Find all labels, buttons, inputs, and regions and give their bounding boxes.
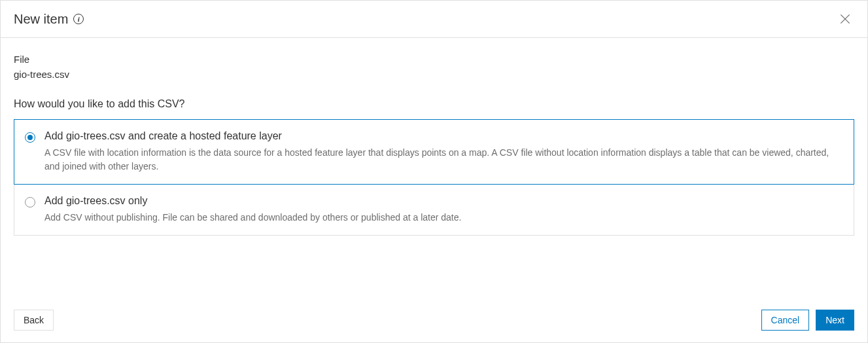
radio-icon: [25, 197, 35, 208]
file-label: File: [14, 54, 854, 65]
back-button[interactable]: Back: [14, 310, 54, 331]
modal-header: New item i: [1, 1, 867, 38]
modal-footer: Back Cancel Next: [1, 300, 867, 342]
option-title: Add gio-trees.csv and create a hosted fe…: [44, 130, 842, 142]
modal-body: File gio-trees.csv How would you like to…: [1, 38, 867, 300]
options-group: Add gio-trees.csv and create a hosted fe…: [14, 119, 854, 236]
modal-title: New item: [14, 12, 68, 27]
close-icon: [839, 12, 852, 26]
option-text: Add gio-trees.csv only Add CSV without p…: [44, 195, 842, 225]
file-name: gio-trees.csv: [14, 69, 854, 80]
option-description: Add CSV without publishing. File can be …: [44, 211, 842, 225]
info-icon[interactable]: i: [73, 14, 84, 24]
new-item-modal: New item i File gio-trees.csv How would …: [0, 0, 868, 343]
option-text: Add gio-trees.csv and create a hosted fe…: [44, 130, 842, 173]
next-button[interactable]: Next: [816, 310, 854, 331]
close-button[interactable]: [836, 10, 854, 28]
cancel-button[interactable]: Cancel: [761, 310, 810, 331]
option-description: A CSV file with location information is …: [44, 146, 842, 173]
radio-icon: [25, 132, 35, 143]
add-question: How would you like to add this CSV?: [14, 98, 854, 110]
footer-right: Cancel Next: [761, 310, 854, 331]
option-title: Add gio-trees.csv only: [44, 195, 842, 207]
option-create-hosted-layer[interactable]: Add gio-trees.csv and create a hosted fe…: [14, 119, 854, 185]
title-wrap: New item i: [14, 12, 84, 27]
option-add-only[interactable]: Add gio-trees.csv only Add CSV without p…: [14, 184, 854, 236]
